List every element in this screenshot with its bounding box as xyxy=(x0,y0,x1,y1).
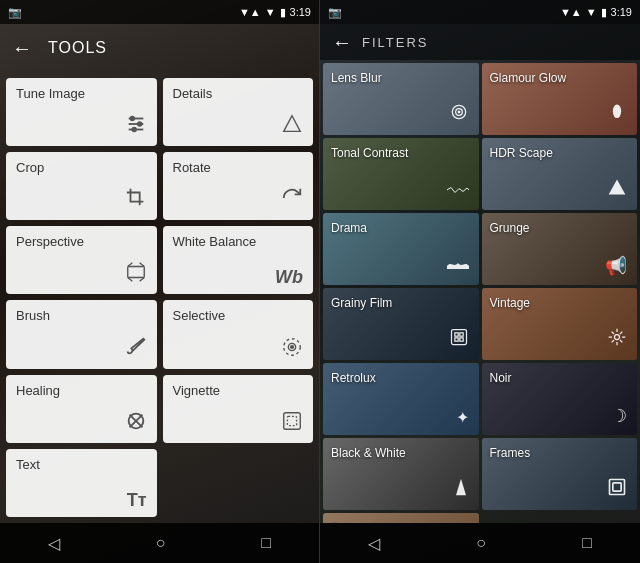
svg-point-3 xyxy=(130,117,134,121)
lens-blur-icon xyxy=(449,102,469,127)
tool-perspective[interactable]: Perspective xyxy=(6,226,157,294)
filter-grunge[interactable]: Grunge 📢 xyxy=(482,213,638,285)
svg-point-31 xyxy=(615,335,620,340)
svg-rect-34 xyxy=(613,483,621,491)
status-bar-left: 📷 ▼▲ ▼ ▮ 3:19 xyxy=(0,0,319,24)
tool-crop[interactable]: Crop xyxy=(6,152,157,220)
svg-rect-26 xyxy=(451,330,466,345)
filter-retrolux[interactable]: Retrolux ✦ xyxy=(323,363,479,435)
filter-drama[interactable]: Drama xyxy=(323,213,479,285)
tools-grid: Tune Image Details Crop xyxy=(0,72,319,523)
filters-title: FILTERS xyxy=(362,35,429,50)
svg-rect-18 xyxy=(284,413,301,430)
grainy-film-icon xyxy=(449,327,469,352)
signal-icon: ▼▲ xyxy=(239,6,261,18)
time-left: 3:19 xyxy=(290,6,311,18)
noir-icon: ☽ xyxy=(611,405,627,427)
tool-healing[interactable]: Healing xyxy=(6,375,157,443)
filter-black-white[interactable]: Black & White xyxy=(323,438,479,510)
tool-rotate[interactable]: Rotate xyxy=(163,152,314,220)
svg-rect-33 xyxy=(610,480,625,495)
filter-frames[interactable]: Frames xyxy=(482,438,638,510)
bottom-nav-right: ◁ ○ □ xyxy=(320,523,640,563)
nav-home-left[interactable]: ○ xyxy=(136,528,186,558)
filter-grainy-film[interactable]: Grainy Film xyxy=(323,288,479,360)
battery-icon-r: ▮ xyxy=(601,6,607,19)
nav-recent-left[interactable]: □ xyxy=(241,528,291,558)
filter-vintage[interactable]: Vintage xyxy=(482,288,638,360)
svg-rect-19 xyxy=(287,416,296,425)
vintage-icon xyxy=(607,327,627,352)
svg-point-24 xyxy=(615,115,620,118)
retrolux-icon: ✦ xyxy=(456,408,469,427)
svg-rect-30 xyxy=(459,338,462,341)
signal-icon-r: ▼▲ xyxy=(560,6,582,18)
back-button-right[interactable]: ← xyxy=(332,31,352,54)
bottom-nav-left: ◁ ○ □ xyxy=(0,523,319,563)
nav-back-left[interactable]: ◁ xyxy=(28,528,80,559)
filters-list: Lens Blur Glamour Glow Tonal Contrast xyxy=(320,60,640,523)
status-icon-left: 📷 xyxy=(8,6,22,19)
filter-lens-blur[interactable]: Lens Blur xyxy=(323,63,479,135)
tool-text[interactable]: Text Tт xyxy=(6,449,157,517)
tool-white-balance[interactable]: White Balance Wb xyxy=(163,226,314,294)
frames-icon xyxy=(607,477,627,502)
black-white-icon xyxy=(453,477,469,502)
filters-panel: 📷 ▼▲ ▼ ▮ 3:19 ← FILTERS Lens Blur xyxy=(320,0,640,563)
svg-point-5 xyxy=(132,128,136,132)
filter-face[interactable]: Face xyxy=(323,513,479,523)
tonal-contrast-icon xyxy=(447,181,469,202)
drama-icon xyxy=(447,256,469,277)
svg-marker-6 xyxy=(284,116,301,132)
svg-point-4 xyxy=(137,122,141,126)
filter-noir[interactable]: Noir ☽ xyxy=(482,363,638,435)
tool-selective[interactable]: Selective xyxy=(163,300,314,368)
time-right: 3:19 xyxy=(611,6,632,18)
nav-back-right[interactable]: ◁ xyxy=(348,528,400,559)
svg-rect-27 xyxy=(454,333,457,336)
tool-brush[interactable]: Brush xyxy=(6,300,157,368)
nav-home-right[interactable]: ○ xyxy=(456,528,506,558)
battery-icon: ▮ xyxy=(280,6,286,19)
filter-tonal-contrast[interactable]: Tonal Contrast xyxy=(323,138,479,210)
svg-rect-28 xyxy=(459,333,462,336)
wifi-icon-r: ▼ xyxy=(586,6,597,18)
filter-glamour-glow[interactable]: Glamour Glow xyxy=(482,63,638,135)
wifi-icon: ▼ xyxy=(265,6,276,18)
svg-rect-7 xyxy=(127,267,144,278)
tool-vignette[interactable]: Vignette xyxy=(163,375,314,443)
tools-header: ← TOOLS xyxy=(0,24,319,72)
tool-tune-image[interactable]: Tune Image xyxy=(6,78,157,146)
grunge-icon: 📢 xyxy=(605,255,627,277)
tool-details[interactable]: Details xyxy=(163,78,314,146)
filters-header: ← FILTERS xyxy=(320,24,640,60)
nav-recent-right[interactable]: □ xyxy=(562,528,612,558)
back-button-left[interactable]: ← xyxy=(12,37,32,60)
hdr-scape-icon xyxy=(607,177,627,202)
svg-rect-29 xyxy=(454,338,457,341)
filter-hdr-scape[interactable]: HDR Scape xyxy=(482,138,638,210)
svg-point-14 xyxy=(291,345,294,348)
tools-panel: 📷 ▼▲ ▼ ▮ 3:19 ← TOOLS Tune Image xyxy=(0,0,320,563)
svg-marker-25 xyxy=(609,180,626,195)
tools-title: TOOLS xyxy=(48,39,107,57)
glamour-glow-icon xyxy=(607,102,627,127)
status-bar-right: 📷 ▼▲ ▼ ▮ 3:19 xyxy=(320,0,640,24)
svg-point-22 xyxy=(458,111,460,113)
svg-marker-32 xyxy=(456,479,466,496)
status-icon-right: 📷 xyxy=(328,6,342,19)
